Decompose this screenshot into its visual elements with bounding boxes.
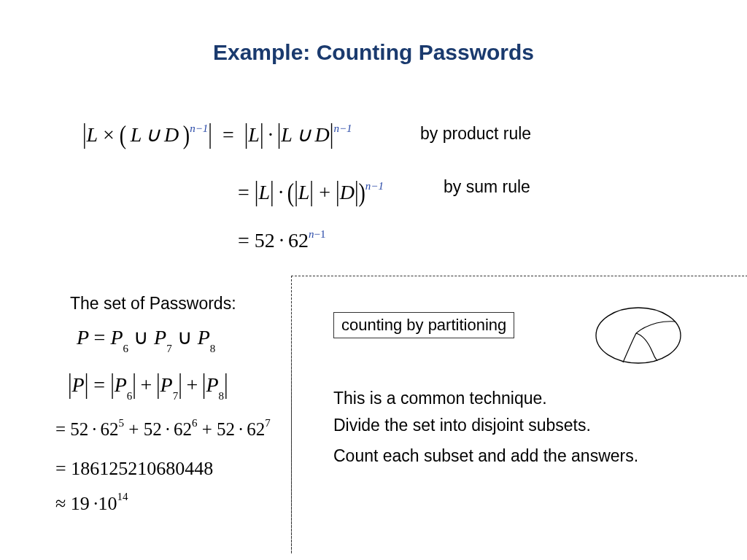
eq-line-3: = 52 · 62n−1 [238, 229, 325, 252]
partition-diagram [591, 301, 686, 370]
big-number: = 186125210680448 [55, 458, 213, 480]
note-sum-rule: by sum rule [444, 177, 530, 197]
expand-line: = 52 · 625 + 52 · 626 + 52 · 627 [55, 419, 271, 440]
note-product-rule: by product rule [420, 124, 531, 144]
slide-title: Example: Counting Passwords [0, 40, 747, 65]
set-heading: The set of Passwords: [70, 294, 236, 314]
partition-box-left [291, 276, 292, 553]
explain-2: Divide the set into disjoint subsets. [333, 416, 591, 435]
approx-line: ≈ 19 ·1014 [55, 493, 128, 515]
union-line: P = P6 ∪ P7 ∪ P8 [77, 325, 215, 352]
partition-label-box: counting by partitioning [333, 312, 514, 338]
card-line: |P| = |P6| + |P7| + |P8| [68, 373, 228, 400]
eq-line-2: = |L| · (|L| + |D|)n−1 [238, 181, 384, 204]
explain-1: This is a common technique. [333, 389, 547, 408]
svg-point-0 [596, 308, 681, 363]
eq-line-1: |L × ( L ∪ D )n−1| = |L| · |L ∪ D|n−1 [82, 122, 352, 147]
explain-3: Count each subset and add the answers. [333, 446, 638, 466]
